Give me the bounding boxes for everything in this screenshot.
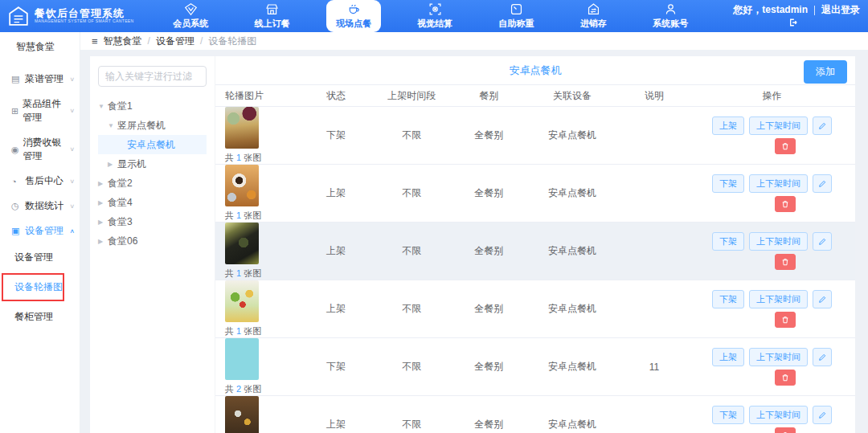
tree-node-vertical-screen[interactable]: 竖屏点餐机	[98, 116, 207, 135]
caret-expanded-icon	[108, 122, 117, 129]
device-tree: 食堂1 竖屏点餐机 安卓点餐机 显示机	[98, 96, 207, 251]
work-area: 食堂1 竖屏点餐机 安卓点餐机 显示机	[80, 50, 868, 433]
sidebar-item-aftersales-center[interactable]: ◔ 售后中心	[0, 169, 80, 194]
carousel-thumbnail[interactable]	[225, 338, 259, 380]
toggle-shelf-button[interactable]: 上架	[712, 348, 744, 366]
sidebar: 智慧食堂 ▤ 菜谱管理 ⊞ 菜品组件管理 ◉ 消费收银管理 ◔ 售后中心 ◷ 数…	[0, 32, 80, 433]
status-cell: 上架	[301, 418, 371, 431]
shelf-time-button[interactable]: 上下架时间	[749, 116, 808, 135]
tree-filter-input[interactable]	[98, 66, 207, 87]
main-card: 食堂1 竖屏点餐机 安卓点餐机 显示机	[90, 56, 855, 433]
monitor-icon: ▣	[11, 226, 21, 236]
carousel-thumbnail[interactable]	[225, 223, 259, 264]
delete-button[interactable]	[775, 427, 796, 433]
edit-button[interactable]	[813, 348, 832, 366]
app-logo-icon	[8, 6, 29, 27]
shelf-time-button[interactable]: 上下架时间	[749, 348, 808, 366]
table-row: 共 1 张图 上架 不限 全餐别 安卓点餐机 下架 上下架时间	[215, 280, 855, 338]
trash-icon	[781, 200, 789, 208]
scan-eye-icon	[428, 2, 442, 16]
toggle-shelf-button[interactable]: 下架	[712, 232, 744, 251]
trash-icon	[781, 374, 789, 382]
nav-online-order[interactable]: 线上订餐	[245, 0, 300, 32]
tree-node-display-machine[interactable]: 显示机	[98, 154, 207, 174]
delete-button[interactable]	[775, 196, 796, 212]
add-button[interactable]: 添加	[804, 60, 847, 84]
edit-button[interactable]	[813, 174, 832, 193]
toggle-shelf-button[interactable]: 下架	[712, 290, 744, 308]
sidebar-subitem-device-mgmt[interactable]: 设备管理	[0, 243, 80, 272]
tree-node-canteen4[interactable]: 食堂4	[98, 193, 207, 212]
delete-button[interactable]	[775, 254, 796, 270]
nav-onsite-order[interactable]: 现场点餐	[326, 0, 381, 32]
sidebar-subitem-device-carousel[interactable]: 设备轮播图	[3, 275, 63, 300]
sidebar-subitem-cabinet-mgmt[interactable]: 餐柜管理	[0, 303, 80, 331]
shelf-time-button[interactable]: 上下架时间	[749, 290, 808, 308]
clock-chart-icon: ◷	[11, 201, 21, 211]
tree-node-canteen2[interactable]: 食堂2	[98, 174, 207, 193]
edit-button[interactable]	[813, 232, 832, 251]
carousel-table-panel: 安卓点餐机 添加 轮播图片 状态 上架时间段 餐别 关联设备 说明 操作	[215, 56, 855, 433]
toggle-shelf-button[interactable]: 下架	[712, 174, 744, 193]
chevron-down-icon	[69, 76, 75, 83]
edit-button[interactable]	[813, 116, 832, 135]
breadcrumb-item-current: 设备轮播图	[208, 35, 256, 48]
time-range-cell: 不限	[371, 302, 452, 316]
sidebar-item-dish-component-mgmt[interactable]: ⊞ 菜品组件管理	[0, 92, 80, 130]
carousel-thumbnail[interactable]	[225, 165, 259, 206]
chevron-down-icon	[69, 146, 75, 153]
table-row: 共 1 张图 上架 不限 全餐别 安卓点餐机 下架 上下架时间	[215, 223, 855, 280]
shelf-time-button[interactable]: 上下架时间	[749, 174, 808, 193]
status-cell: 上架	[301, 186, 371, 200]
tree-node-android-machine[interactable]: 安卓点餐机	[98, 135, 207, 154]
sidebar-item-device-mgmt[interactable]: ▣ 设备管理	[0, 219, 80, 243]
delete-button[interactable]	[775, 138, 796, 154]
sidebar-item-recipe-mgmt[interactable]: ▤ 菜谱管理	[0, 67, 80, 92]
warehouse-icon	[587, 2, 600, 16]
toggle-shelf-button[interactable]: 下架	[712, 406, 744, 424]
nav-visual-settlement[interactable]: 视觉结算	[407, 0, 462, 32]
logout-icon[interactable]	[789, 18, 797, 29]
linked-device-cell: 安卓点餐机	[525, 418, 620, 431]
app-subtitle: MANAGEMENT SYSTEM OF SMART CANTEEN	[35, 19, 134, 24]
trash-icon	[781, 316, 789, 324]
user-greeting: 您好，testadmin	[733, 3, 808, 17]
time-range-cell: 不限	[371, 129, 452, 142]
tree-node-canteen06[interactable]: 食堂06	[98, 231, 207, 251]
collapse-menu-icon[interactable]	[92, 35, 98, 47]
table-header-row: 轮播图片 状态 上架时间段 餐别 关联设备 说明 操作	[215, 85, 855, 107]
tree-node-canteen1[interactable]: 食堂1	[98, 96, 207, 116]
user-area: 您好，testadmin 退出登录	[719, 0, 868, 32]
carousel-thumbnail[interactable]	[225, 107, 259, 149]
time-range-cell: 不限	[371, 418, 452, 431]
toggle-shelf-button[interactable]: 上架	[712, 116, 744, 135]
nav-inventory[interactable]: 进销存	[571, 0, 616, 32]
nav-system-account[interactable]: 系统账号	[643, 0, 698, 32]
shelf-time-button[interactable]: 上下架时间	[749, 406, 808, 424]
delete-button[interactable]	[775, 312, 796, 328]
red-highlight-box: 设备轮播图	[2, 273, 64, 301]
caret-collapsed-icon	[98, 238, 108, 245]
logout-link[interactable]: 退出登录	[821, 3, 860, 17]
sidebar-item-cashier-mgmt[interactable]: ◉ 消费收银管理	[0, 130, 80, 169]
tree-node-canteen3[interactable]: 食堂3	[98, 212, 207, 231]
time-range-cell: 不限	[371, 244, 452, 258]
carousel-thumbnail[interactable]	[225, 396, 259, 433]
edit-button[interactable]	[813, 290, 832, 308]
edit-button[interactable]	[813, 406, 832, 424]
breadcrumb-item[interactable]: 智慧食堂	[104, 35, 142, 48]
chevron-up-icon	[69, 228, 75, 235]
breadcrumb-item[interactable]: 设备管理	[156, 35, 194, 48]
caret-collapsed-icon	[98, 180, 108, 187]
table-row: 共 1 张图 下架 不限 全餐别 安卓点餐机 上架 上下架时间	[215, 107, 855, 165]
content-area: 智慧食堂 / 设备管理 / 设备轮播图 食堂1 竖屏点餐机	[80, 32, 868, 433]
nav-self-weighing[interactable]: 自助称重	[489, 0, 544, 32]
time-range-cell: 不限	[371, 360, 452, 374]
delete-button[interactable]	[775, 370, 796, 386]
linked-device-cell: 安卓点餐机	[525, 186, 620, 200]
carousel-thumbnail[interactable]	[225, 280, 259, 322]
nav-member-system[interactable]: 会员系统	[163, 0, 218, 32]
chevron-down-icon	[69, 203, 75, 210]
shelf-time-button[interactable]: 上下架时间	[749, 232, 808, 251]
sidebar-item-data-statistics[interactable]: ◷ 数据统计	[0, 194, 80, 219]
